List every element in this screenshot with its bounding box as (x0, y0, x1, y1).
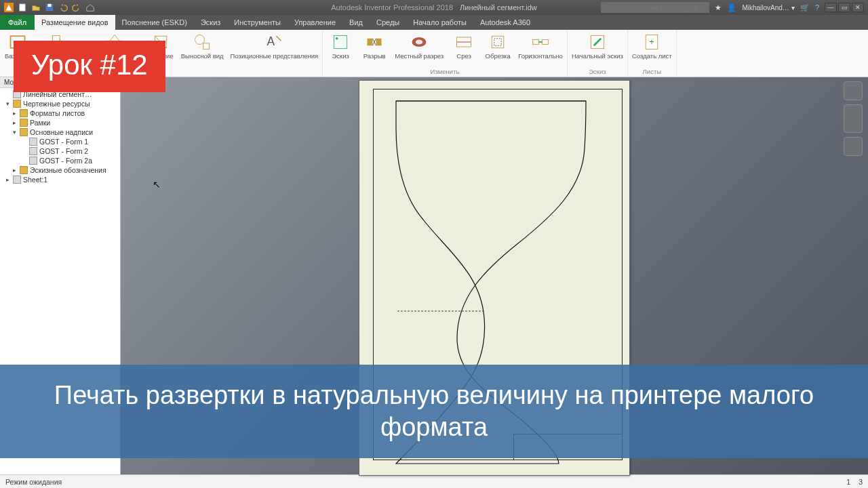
tree-node[interactable]: ▸Форматы листов (1, 108, 120, 118)
break-out-button[interactable]: Местный разрез (395, 33, 443, 60)
group-caption: Изменить (431, 66, 460, 75)
svg-point-13 (336, 37, 338, 40)
horizontal-button[interactable]: Горизонтально (518, 33, 563, 60)
tab-view[interactable]: Вид (342, 15, 370, 30)
model-tree: Линейный сегмент… ▾Чертежные ресурсы ▸Фо… (0, 88, 120, 186)
svg-rect-3 (47, 4, 51, 7)
svg-rect-14 (368, 39, 373, 46)
new-sheet-button[interactable]: +Создать лист (632, 33, 672, 60)
svg-text:A: A (267, 35, 275, 48)
slice-button[interactable]: Срез (450, 33, 477, 60)
ribbon-tabs: Файл Размещение видов Пояснение (ESKD) Э… (0, 15, 868, 30)
window-controls: — ▭ ✕ (825, 3, 864, 12)
group-caption: Листы (643, 66, 661, 75)
tree-sheet[interactable]: ▸Sheet:1 (1, 175, 120, 184)
svg-rect-19 (492, 36, 504, 48)
sketch-button[interactable]: Эскиз (327, 33, 354, 60)
tree-node[interactable]: ▸Эскизные обозначения (1, 165, 120, 175)
detail-view-button[interactable]: Выносной вид (181, 33, 224, 60)
tree-node[interactable]: ▾Чертежные ресурсы (1, 99, 120, 108)
save-icon[interactable] (45, 3, 54, 12)
signin-icon[interactable]: 👤 (727, 3, 736, 12)
group-caption: Эскиз (589, 66, 606, 75)
break-button[interactable]: Разрыв (361, 33, 388, 60)
app-icon (4, 3, 14, 12)
svg-rect-12 (334, 35, 347, 48)
help-search-input[interactable] (601, 2, 709, 13)
tab-placement-views[interactable]: Размещение видов (35, 15, 115, 30)
undo-icon[interactable] (58, 3, 68, 12)
mouse-cursor: ↖ (153, 179, 161, 190)
home-view-button[interactable] (844, 81, 863, 100)
tab-get-started[interactable]: Начало работы (406, 15, 473, 30)
cart-icon[interactable]: 🛒 (800, 3, 810, 12)
home-icon[interactable] (85, 3, 95, 12)
lesson-number-overlay: Урок #12 (14, 41, 165, 92)
start-sketch-button[interactable]: Начальный эскиз (572, 33, 623, 60)
title-bar: Autodesk Inventor Professional 2018 Лине… (0, 0, 868, 15)
status-text: Режим ожидания (5, 478, 62, 486)
minimize-button[interactable]: — (825, 3, 837, 12)
ribbon-group-modify: Эскиз Разрыв Местный разрез Срез Обрезка… (323, 30, 568, 77)
crop-button[interactable]: Обрезка (484, 33, 511, 60)
ribbon-group-sheets: +Создать лист Листы (628, 30, 677, 77)
redo-icon[interactable] (72, 3, 81, 12)
tab-environments[interactable]: Среды (370, 15, 406, 30)
svg-rect-21 (533, 40, 539, 45)
document-name: Линейный сегмент.idw (460, 3, 537, 12)
tree-node[interactable]: GOST - Form 2a (1, 156, 120, 165)
tab-sketch[interactable]: Эскиз (194, 15, 227, 30)
lesson-title-overlay: Печать развертки в натуральную величину … (0, 365, 868, 458)
app-name: Autodesk Inventor Professional 2018 (331, 3, 453, 12)
title-text: Autodesk Inventor Professional 2018 Лине… (331, 3, 536, 12)
overlay-view-button[interactable]: AПозиционные представления (231, 33, 319, 60)
tab-annotation-eskd[interactable]: Пояснение (ESKD) (115, 15, 194, 30)
status-bar: Режим ожидания 13 (0, 474, 868, 488)
file-tab[interactable]: Файл (0, 15, 35, 30)
tab-tools[interactable]: Инструменты (227, 15, 288, 30)
nav-wheel-button[interactable] (844, 137, 863, 156)
maximize-button[interactable]: ▭ (838, 3, 850, 12)
page-indicator: 13 (846, 478, 863, 486)
tree-node[interactable]: GOST - Form 1 (1, 137, 120, 146)
new-icon[interactable] (18, 3, 27, 12)
svg-rect-10 (203, 43, 210, 49)
close-button[interactable]: ✕ (852, 3, 864, 12)
help-icon[interactable]: ? (815, 3, 819, 12)
svg-point-17 (416, 40, 423, 45)
svg-text:+: + (650, 37, 654, 47)
view-cube-panel (844, 81, 864, 156)
ribbon-group-sketch: Начальный эскиз Эскиз (568, 30, 628, 77)
tree-node[interactable]: GOST - Form 2 (1, 146, 120, 156)
user-label[interactable]: MikhailovAnd… ▾ (742, 4, 794, 12)
svg-rect-22 (542, 40, 549, 45)
svg-rect-1 (20, 4, 26, 12)
quick-access-toolbar (0, 3, 99, 12)
svg-rect-20 (494, 39, 502, 46)
tree-node[interactable]: ▾Основные надписи (1, 127, 120, 137)
tree-node[interactable]: ▸Рамки (1, 118, 120, 127)
svg-rect-15 (376, 39, 382, 46)
open-icon[interactable] (31, 3, 41, 12)
star-icon[interactable]: ★ (715, 3, 722, 12)
tab-a360[interactable]: Autodesk A360 (473, 15, 537, 30)
tab-manage[interactable]: Управление (288, 15, 342, 30)
view-cube[interactable] (844, 104, 863, 133)
